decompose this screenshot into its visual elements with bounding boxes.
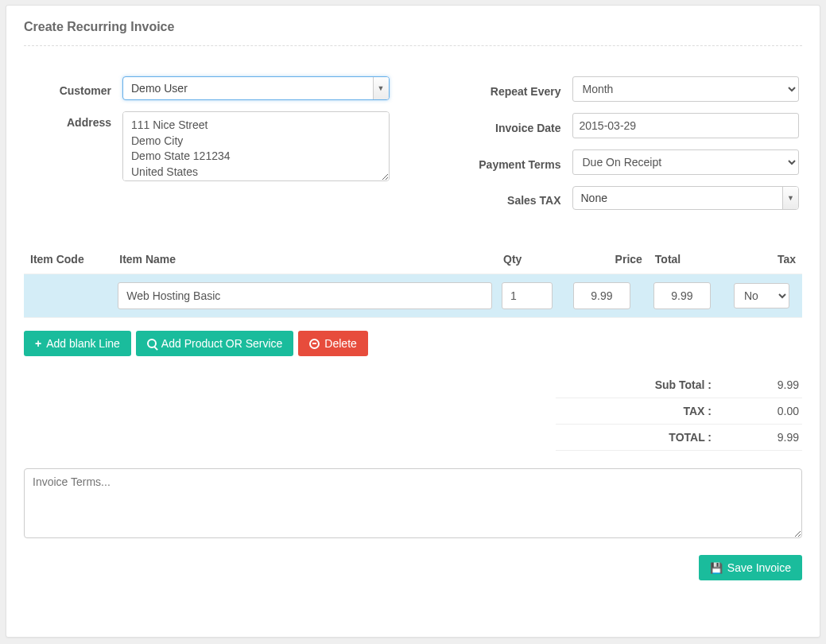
sales-tax-value: None (581, 192, 783, 204)
delete-button[interactable]: Delete (298, 331, 367, 356)
field-payment-terms: Payment Terms Due On Receipt (437, 149, 800, 175)
item-name-input[interactable] (118, 282, 492, 309)
th-item-code: Item Code (24, 245, 113, 274)
subtotal-value: 9.99 (735, 378, 799, 391)
add-blank-label: Add blank Line (46, 337, 120, 350)
divider (24, 45, 802, 46)
subtotal-row: Sub Total : 9.99 (556, 372, 802, 398)
chevron-down-icon: ▼ (782, 187, 798, 209)
subtotal-label: Sub Total : (559, 378, 735, 391)
col-left: Customer Demo User ▼ Address 111 Nice St… (27, 76, 390, 221)
page-title: Create Recurring Invoice (24, 20, 802, 45)
add-product-button[interactable]: Add Product OR Service (136, 331, 294, 356)
search-icon (147, 339, 157, 348)
item-price-input[interactable] (573, 282, 630, 309)
save-invoice-button[interactable]: Save Invoice (699, 555, 802, 580)
address-label: Address (27, 111, 122, 129)
add-blank-line-button[interactable]: Add blank Line (24, 331, 131, 356)
field-repeat: Repeat Every Month (437, 76, 800, 102)
customer-label: Customer (27, 80, 122, 97)
totals-box: Sub Total : 9.99 TAX : 0.00 TOTAL : 9.99 (556, 372, 802, 451)
th-total: Total (649, 245, 729, 274)
payment-terms-label: Payment Terms (437, 153, 572, 171)
invoice-panel: Create Recurring Invoice Customer Demo U… (6, 5, 820, 638)
invoice-date-label: Invoice Date (437, 117, 572, 134)
tax-total-value: 0.00 (735, 405, 799, 417)
item-total-input[interactable] (653, 282, 711, 309)
payment-terms-select[interactable]: Due On Receipt (572, 149, 800, 175)
plus-icon (35, 337, 41, 350)
actions-row: Add blank Line Add Product OR Service De… (24, 331, 802, 356)
save-row: Save Invoice (24, 555, 802, 580)
total-label: TOTAL : (559, 431, 735, 444)
address-textarea[interactable]: 111 Nice Street Demo City Demo State 121… (122, 111, 390, 181)
items-table: Item Code Item Name Qty Price Total Tax … (24, 245, 802, 318)
tax-row: TAX : 0.00 (556, 398, 802, 425)
th-item-name: Item Name (113, 245, 497, 274)
customer-select[interactable]: Demo User ▼ (122, 76, 390, 100)
sales-tax-select[interactable]: None ▼ (572, 186, 800, 210)
add-product-label: Add Product OR Service (161, 337, 283, 350)
th-price: Price (568, 245, 649, 274)
total-row: TOTAL : 9.99 (556, 425, 802, 451)
customer-value: Demo User (131, 82, 373, 95)
delete-label: Delete (324, 337, 356, 350)
th-qty: Qty (497, 245, 568, 274)
form-top: Customer Demo User ▼ Address 111 Nice St… (24, 76, 802, 221)
field-customer: Customer Demo User ▼ (27, 76, 390, 100)
field-address: Address 111 Nice Street Demo City Demo S… (27, 111, 390, 184)
tax-total-label: TAX : (559, 405, 735, 417)
table-row: No (24, 274, 802, 318)
col-right: Repeat Every Month Invoice Date Payment … (437, 76, 800, 221)
invoice-date-input[interactable] (572, 113, 800, 138)
total-value: 9.99 (735, 431, 799, 444)
save-label: Save Invoice (727, 561, 791, 574)
th-tax: Tax (729, 245, 802, 274)
repeat-select[interactable]: Month (572, 76, 800, 102)
item-qty-input[interactable] (502, 282, 553, 309)
chevron-down-icon: ▼ (373, 77, 389, 99)
save-icon (710, 561, 723, 574)
invoice-terms-textarea[interactable] (24, 468, 802, 538)
minus-circle-icon (309, 339, 320, 349)
field-sales-tax: Sales TAX None ▼ (437, 186, 800, 210)
repeat-label: Repeat Every (437, 80, 572, 98)
item-tax-select[interactable]: No (734, 283, 789, 308)
field-invoice-date: Invoice Date (437, 113, 800, 138)
sales-tax-label: Sales TAX (437, 189, 572, 207)
